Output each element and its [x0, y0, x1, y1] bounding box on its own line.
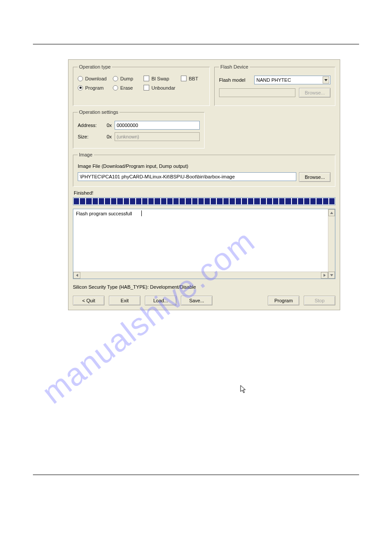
status-label: Finished!: [74, 190, 335, 196]
vertical-scrollbar[interactable]: [328, 209, 335, 279]
address-label: Address:: [78, 123, 104, 128]
flash-model-select[interactable]: NAND PHYTEC: [254, 76, 331, 84]
radio-icon: [78, 76, 83, 81]
operation-type-group: Operation type Download Dump Bl Swap BBT: [73, 64, 210, 106]
size-label: Size:: [78, 134, 104, 139]
button-row: < Quit Exit Load... Save... Program Stop: [73, 296, 335, 305]
image-path-value: \PHYTEC\PCA101 phyCARD-M\Linux-Kit\BSP\U…: [80, 174, 235, 179]
radio-icon: [78, 85, 83, 91]
check-bbt-label: BBT: [189, 76, 198, 81]
radio-erase[interactable]: Erase: [113, 85, 144, 91]
check-blswap[interactable]: Bl Swap: [144, 76, 181, 81]
radio-icon: [113, 85, 118, 91]
flash-tool-dialog: Operation type Download Dump Bl Swap BBT: [68, 59, 340, 310]
flash-model-value: NAND PHYTEC: [256, 77, 291, 83]
scroll-down-icon[interactable]: [328, 272, 335, 279]
radio-erase-label: Erase: [120, 85, 133, 91]
checkbox-icon: [144, 76, 149, 81]
stop-button: Stop: [304, 296, 335, 305]
radio-icon: [113, 76, 118, 81]
checkbox-icon: [181, 76, 187, 81]
load-button[interactable]: Load...: [145, 296, 176, 305]
scroll-right-icon[interactable]: [321, 272, 328, 279]
flash-device-group: Flash Device Flash model NAND PHYTEC Bro…: [214, 64, 335, 106]
log-output: Flash program successfull: [73, 209, 335, 279]
flash-device-legend: Flash Device: [219, 64, 250, 69]
radio-dump[interactable]: Dump: [113, 76, 144, 81]
horizontal-scrollbar[interactable]: [73, 272, 328, 279]
size-input: (unknown): [115, 132, 200, 141]
progress-bar: [73, 197, 335, 205]
scroll-up-icon[interactable]: [328, 209, 335, 216]
flash-device-path-input: [219, 88, 295, 97]
checkbox-icon: [144, 85, 149, 91]
radio-program[interactable]: Program: [78, 85, 113, 91]
operation-settings-group: Operation settings Address: 0x 00000000 …: [73, 109, 205, 149]
image-legend: Image: [78, 152, 94, 157]
page-divider-bottom: [33, 475, 359, 475]
image-browse-button[interactable]: Browse...: [299, 172, 331, 182]
cursor-icon: [240, 385, 247, 394]
image-description: Image File (Download/Program input, Dump…: [78, 163, 331, 169]
size-placeholder: (unknown): [117, 134, 139, 139]
chevron-down-icon: [323, 76, 329, 83]
radio-program-label: Program: [85, 85, 104, 91]
address-input[interactable]: 00000000: [115, 121, 200, 130]
check-unboundar-label: Unboundar: [151, 85, 175, 91]
address-prefix: 0x: [107, 123, 112, 128]
radio-dump-label: Dump: [120, 76, 133, 81]
log-text[interactable]: Flash program successfull: [73, 209, 328, 279]
flash-device-browse-button: Browse...: [299, 88, 331, 98]
page-divider-top: [33, 44, 359, 44]
check-bbt[interactable]: BBT: [181, 76, 205, 81]
image-path-input[interactable]: \PHYTEC\PCA101 phyCARD-M\Linux-Kit\BSP\U…: [78, 172, 296, 181]
radio-download[interactable]: Download: [78, 76, 113, 81]
check-blswap-label: Bl Swap: [151, 76, 169, 81]
size-prefix: 0x: [107, 134, 112, 139]
address-value: 00000000: [117, 123, 138, 128]
scroll-left-icon[interactable]: [73, 272, 80, 279]
operation-settings-legend: Operation settings: [78, 109, 119, 115]
operation-type-legend: Operation type: [78, 64, 112, 69]
check-unboundar[interactable]: Unboundar: [144, 85, 181, 91]
security-type-label: Silicon Security Type (HAB_TYPE): Develo…: [73, 284, 335, 290]
exit-button[interactable]: Exit: [109, 296, 140, 305]
quit-button[interactable]: < Quit: [73, 296, 104, 305]
save-button[interactable]: Save...: [181, 296, 212, 305]
radio-download-label: Download: [85, 76, 107, 81]
program-button[interactable]: Program: [268, 296, 299, 305]
image-group: Image Image File (Download/Program input…: [73, 152, 335, 187]
flash-model-label: Flash model: [219, 77, 251, 83]
